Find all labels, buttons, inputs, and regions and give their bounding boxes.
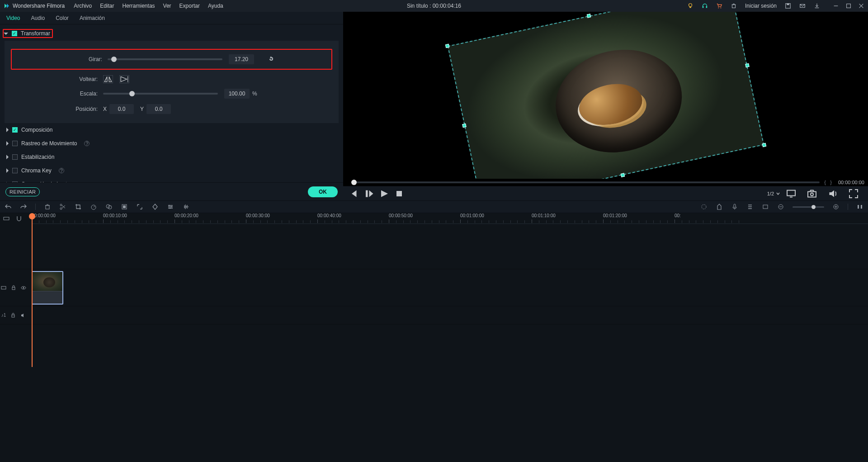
preview-progress-track[interactable] (351, 181, 820, 183)
zoom-out-icon[interactable] (777, 203, 784, 210)
section-estabilizacion[interactable]: Estabilización (5, 150, 339, 164)
save-icon[interactable] (785, 3, 791, 9)
section-rastreo[interactable]: Rastreo de Movimiento ? (5, 137, 339, 150)
girar-value[interactable]: 17.20 (229, 54, 254, 64)
girar-reset-icon[interactable] (268, 55, 275, 64)
magnet-icon[interactable] (15, 215, 23, 222)
zoom-fit-icon[interactable] (856, 203, 863, 210)
undo-icon[interactable] (5, 203, 12, 210)
delete-icon[interactable] (44, 203, 51, 210)
play-pause-button[interactable] (363, 188, 374, 199)
preview-viewport[interactable] (343, 12, 868, 179)
escala-slider[interactable] (103, 93, 218, 95)
crop-icon[interactable] (75, 203, 82, 210)
list-icon[interactable] (746, 203, 754, 210)
menu-ver[interactable]: Ver (163, 3, 171, 9)
headphones-icon[interactable] (702, 3, 708, 9)
selection-handle-r[interactable] (745, 63, 749, 67)
menu-exportar[interactable]: Exportar (179, 3, 200, 9)
stop-button[interactable] (394, 188, 405, 199)
snapshot-icon[interactable] (807, 188, 817, 199)
marker-icon[interactable] (716, 203, 723, 210)
tab-color[interactable]: Color (56, 15, 69, 21)
pos-y-value[interactable]: 0.0 (146, 104, 171, 114)
section-transformar-header[interactable]: Transformar (3, 29, 53, 38)
fullscreen-icon[interactable] (848, 188, 859, 199)
preview-progress-thumb[interactable] (351, 180, 357, 185)
zoom-slider[interactable] (793, 206, 824, 208)
minimize-button[interactable] (833, 3, 839, 9)
record-voice-icon[interactable] (731, 203, 738, 210)
green-screen-icon[interactable] (121, 203, 128, 210)
redo-icon[interactable] (20, 203, 27, 210)
selection-handle-t[interactable] (586, 14, 590, 18)
prev-frame-button[interactable] (348, 188, 359, 199)
section-lente[interactable]: Corrección de Lente (5, 177, 339, 182)
adjust-icon[interactable] (167, 203, 174, 210)
selection-handle-l[interactable] (462, 123, 466, 127)
audio-wave-icon[interactable] (182, 203, 189, 210)
display-icon[interactable] (786, 188, 797, 199)
track-empty[interactable] (0, 224, 868, 269)
girar-slider[interactable] (108, 58, 222, 60)
tab-animacion[interactable]: Animación (80, 15, 105, 21)
lock-icon[interactable] (10, 313, 16, 318)
timeline-ruler[interactable]: 00:00:00:0000:00:10:0000:00:20:0000:00:3… (32, 213, 868, 224)
close-button[interactable] (858, 3, 864, 9)
playhead[interactable] (32, 213, 33, 367)
escala-value[interactable]: 100.00 (224, 89, 250, 99)
properties-scroll[interactable]: Transformar Girar: 17.20 Voltear: Escala… (0, 24, 343, 182)
timeline-settings-icon[interactable] (3, 215, 10, 222)
selection-handle-b[interactable] (620, 173, 624, 177)
download-icon[interactable] (814, 3, 820, 9)
eye-icon[interactable] (21, 285, 26, 291)
menu-editar[interactable]: Editar (100, 3, 114, 9)
ok-button[interactable]: OK (308, 186, 338, 197)
speaker-icon[interactable] (20, 313, 26, 318)
composicion-checkbox[interactable] (12, 127, 18, 133)
selection-handle-br[interactable] (762, 143, 766, 147)
section-chroma[interactable]: Chroma Key ? (5, 164, 339, 177)
zoom-in-icon[interactable] (832, 203, 840, 210)
preview-video-frame[interactable] (447, 12, 764, 179)
zoom-slider-thumb[interactable] (811, 205, 816, 209)
mixer-icon[interactable] (700, 203, 708, 210)
girar-slider-thumb[interactable] (111, 57, 117, 62)
color-icon[interactable] (105, 203, 113, 210)
flip-horizontal-button[interactable] (103, 75, 113, 83)
lock-icon[interactable] (11, 285, 16, 291)
tab-video[interactable]: Video (6, 15, 20, 21)
info-icon[interactable]: ? (84, 141, 90, 146)
flip-vertical-button[interactable] (119, 75, 129, 83)
info-icon[interactable]: ? (59, 168, 64, 173)
tab-audio[interactable]: Audio (31, 15, 45, 21)
speed-icon[interactable] (90, 203, 97, 210)
video-clip[interactable]: ▶Plato de Comi (32, 271, 63, 305)
reiniciar-button[interactable]: REINICIAR (5, 187, 40, 196)
menu-archivo[interactable]: Archivo (74, 3, 92, 9)
play-button[interactable] (378, 188, 389, 199)
rastreo-checkbox[interactable] (12, 141, 18, 146)
keyframe-icon[interactable] (151, 203, 159, 210)
pos-x-value[interactable]: 0.0 (109, 104, 134, 114)
mail-icon[interactable] (799, 3, 806, 9)
maximize-button[interactable] (845, 3, 852, 9)
login-link[interactable]: Iniciar sesión (745, 3, 777, 9)
track-audio[interactable]: ♪1 (0, 306, 868, 324)
menu-herramientas[interactable]: Herramientas (123, 3, 155, 9)
escala-slider-thumb[interactable] (129, 91, 135, 96)
split-icon[interactable] (59, 203, 66, 210)
chroma-checkbox[interactable] (12, 168, 18, 173)
transformar-checkbox[interactable] (12, 31, 17, 36)
preview-ratio-select[interactable]: 1/2 (767, 191, 780, 196)
track-video[interactable]: ▶Plato de Comi (0, 269, 868, 306)
track-settings-icon[interactable] (1, 285, 6, 291)
expand-icon[interactable] (136, 203, 143, 210)
estab-checkbox[interactable] (12, 154, 18, 160)
trash-icon[interactable] (731, 3, 737, 9)
cart-icon[interactable] (716, 3, 722, 9)
section-composicion[interactable]: Composición (5, 123, 339, 137)
render-icon[interactable] (762, 203, 769, 210)
lightbulb-icon[interactable] (687, 3, 693, 9)
selection-handle-tl[interactable] (445, 43, 449, 48)
